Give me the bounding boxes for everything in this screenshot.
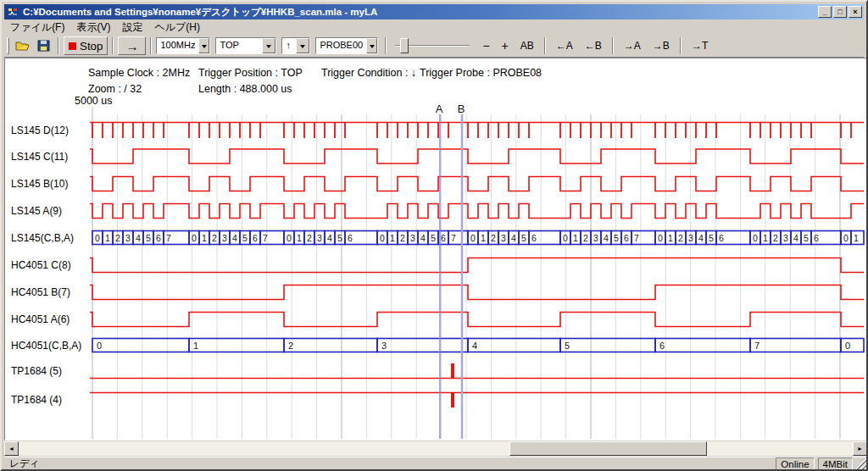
maximize-button[interactable]: □ (833, 6, 847, 18)
horizontal-scrollbar[interactable]: ◄ ► (4, 441, 867, 456)
resize-grip[interactable] (856, 459, 867, 470)
length-readout: Length : 488.000 us (198, 83, 292, 95)
status-bar: レディ Online 4MBit (4, 457, 867, 470)
sample-rate-value: 100MHz (157, 38, 198, 53)
run-button[interactable]: → (118, 36, 146, 55)
minimize-button[interactable]: _ (818, 6, 832, 18)
trigger-position-readout: Trigger Position : TOP (198, 67, 303, 79)
zoom-slider-thumb[interactable] (400, 38, 409, 53)
channel-label-1: LS145 C(11) (11, 150, 68, 163)
goto-cursor-a-button[interactable]: ←A (550, 37, 579, 54)
probe-select[interactable]: PROBE00 (315, 37, 378, 54)
toolbar-separator (612, 37, 614, 54)
toolbar-separator (385, 37, 387, 54)
channel-label-0: LS145 D(12) (11, 124, 69, 137)
goto-cursor-b-button[interactable]: ←B (579, 37, 608, 54)
channel-label-9: TP1684 (5) (11, 364, 62, 378)
toolbar-grip (7, 37, 9, 54)
zoom-slider[interactable] (393, 36, 471, 55)
chevron-down-icon[interactable] (366, 38, 377, 53)
channel-label-4: LS145(C,B,A) (11, 231, 74, 245)
scrollbar-thumb[interactable] (509, 441, 707, 456)
channel-label-3: LS145 A(9) (11, 204, 62, 218)
channel-label-6: HC4051 B(7) (11, 285, 70, 299)
scrollbar-track[interactable] (19, 441, 853, 456)
status-memory-badge: 4MBit (818, 457, 853, 470)
zoom-ab-button[interactable]: AB (515, 37, 540, 54)
channel-label-7: HC4051 A(6) (11, 313, 70, 326)
menu-view[interactable]: 表示(V) (70, 19, 116, 36)
toolbar-separator (680, 37, 682, 54)
trigger-condition-readout: Trigger Condition : ↓ (321, 67, 416, 79)
zoom-readout: Zoom : / 32 (88, 83, 142, 95)
zoom-in-button[interactable]: + (496, 37, 515, 54)
stop-icon (69, 42, 76, 50)
sample-rate-select[interactable]: 100MHz (156, 37, 210, 54)
save-button[interactable] (34, 37, 53, 54)
menu-bar: ファイル(F) 表示(V) 設定 ヘルプ(H) (4, 19, 864, 35)
zoom-out-button[interactable]: − (476, 37, 495, 54)
status-ready-text: レディ (4, 457, 772, 471)
menu-settings[interactable]: 設定 (116, 19, 148, 36)
trigger-edge-select[interactable]: ↑ (281, 37, 310, 54)
toolbar-separator (112, 37, 114, 54)
toolbar-separator (58, 37, 59, 54)
toolbar-separator (544, 37, 546, 54)
stop-button[interactable]: Stop (64, 36, 108, 55)
set-cursor-a-button[interactable]: →A (618, 37, 647, 54)
window-title: C:¥Documents and Settings¥noname¥デスクトップ¥… (23, 6, 818, 19)
menu-file[interactable]: ファイル(F) (4, 19, 70, 36)
save-floppy-icon (37, 40, 50, 52)
title-bar[interactable]: C:¥Documents and Settings¥noname¥デスクトップ¥… (4, 4, 864, 19)
toolbar-separator (150, 37, 152, 54)
trigger-position-select[interactable]: TOP (215, 37, 276, 54)
waveform-client-area (4, 58, 867, 441)
open-folder-icon (15, 40, 31, 52)
chevron-down-icon[interactable] (262, 38, 275, 53)
chevron-down-icon[interactable] (296, 38, 309, 53)
scroll-left-button[interactable]: ◄ (4, 441, 19, 456)
channel-label-8: HC4051(C,B,A) (11, 339, 81, 352)
status-online-badge: Online (776, 457, 814, 470)
trigger-edge-value: ↑ (282, 38, 296, 53)
scroll-right-button[interactable]: ► (853, 441, 867, 456)
goto-trigger-button[interactable]: →T (686, 37, 714, 54)
trigger-probe-readout: Trigger Probe : PROBE08 (420, 67, 542, 79)
chevron-down-icon[interactable] (198, 38, 209, 53)
open-file-button[interactable] (12, 37, 34, 54)
channel-label-5: HC4051 C(8) (11, 258, 71, 272)
sample-clock-readout: Sample Clock : 2MHz (88, 67, 190, 79)
set-cursor-b-button[interactable]: →B (647, 37, 676, 54)
run-arrow-icon: → (125, 39, 138, 53)
app-window: C:¥Documents and Settings¥noname¥デスクトップ¥… (0, 0, 868, 471)
toolbar: Stop → 100MHz TOP ↑ PROBE00 − + AB (4, 35, 864, 58)
close-button[interactable]: × (849, 6, 862, 18)
time-scale-label: 5000 us (75, 95, 112, 107)
trigger-position-value: TOP (216, 38, 262, 53)
stop-label: Stop (80, 40, 103, 53)
probe-value: PROBE00 (316, 38, 366, 53)
menu-help[interactable]: ヘルプ(H) (148, 19, 206, 36)
channel-label-10: TP1684 (4) (11, 393, 62, 407)
channel-label-2: LS145 B(10) (11, 177, 68, 191)
app-icon (6, 5, 19, 19)
